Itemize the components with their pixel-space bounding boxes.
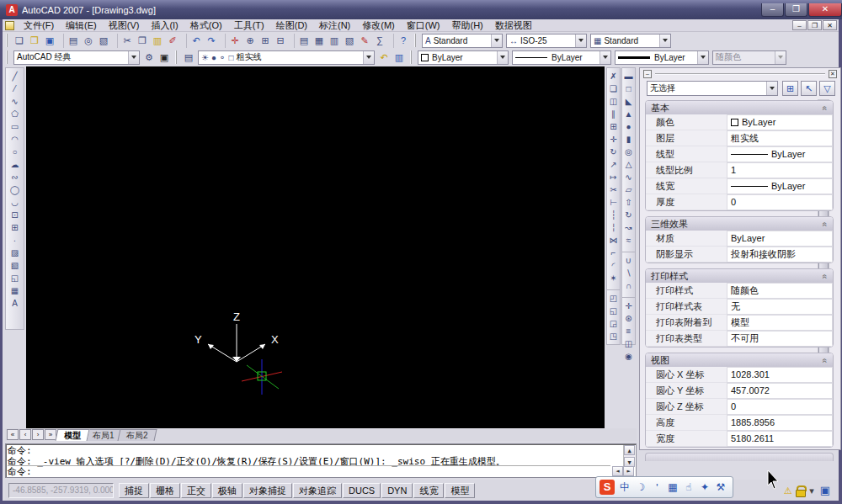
lock-icon[interactable] [795,484,805,497]
3d-move-icon[interactable]: ✛ [622,297,635,312]
line-icon[interactable]: ╱ [8,70,21,82]
move-icon[interactable]: ✛ [607,133,620,146]
chevron-down-icon[interactable] [363,51,374,64]
open-file-icon[interactable]: ❒ [27,34,42,48]
section-plane-icon[interactable]: ◫ [622,337,635,350]
point-icon[interactable]: ∙ [8,234,21,247]
layer-manager-icon[interactable]: ▤ [181,50,196,65]
command-history[interactable]: 命令:命令: _-view 输入选项 [?/删除(D)/正交(O)/恢复(R)/… [8,445,622,467]
property-value[interactable]: 不可用 [727,331,833,347]
polysolid-icon[interactable]: ▬ [622,70,635,82]
status-toggle-button[interactable]: DUCS [343,483,381,498]
menu-item[interactable]: 插入(I) [145,19,184,32]
chevron-down-icon[interactable] [600,51,610,64]
command-input-line[interactable]: 命令: [8,465,610,476]
ellipse-icon[interactable]: ◯ [8,183,21,196]
sweep-icon[interactable]: ↝ [622,221,635,234]
status-toggle-button[interactable]: 栅格 [150,483,180,498]
wedge-icon[interactable]: ◣ [622,95,635,108]
workspace-settings-icon[interactable]: ⚙ [141,50,157,65]
spline-icon[interactable]: ∾ [8,171,21,183]
intersect-icon[interactable]: ∩ [622,279,635,292]
handwriting-icon[interactable]: ☝ [681,480,696,495]
workspace-combo[interactable]: AutoCAD 经典 [13,50,140,65]
status-toggle-button[interactable]: DYN [381,483,413,498]
property-value[interactable]: 投射和接收阴影 [727,247,833,263]
subtract-icon[interactable]: ∖ [622,267,635,279]
chamfer-icon[interactable]: ⌐ [607,247,620,259]
chevron-up-icon[interactable]: « [821,358,830,363]
scroll-up-icon[interactable]: ▲ [624,445,635,455]
scroll-right-icon[interactable]: ► [623,466,634,476]
section-header[interactable]: 打印样式 « [646,269,833,283]
palette-title-bar[interactable]: – ✕ [643,70,837,78]
property-value[interactable]: ByLayer [727,231,833,247]
mtext-icon[interactable]: A [8,297,21,310]
revolve-icon[interactable]: ↻ [622,209,635,221]
construction-line-icon[interactable]: ⁄ [8,82,21,95]
mdi-minimize-button[interactable]: – [792,20,807,30]
minimize-button[interactable]: – [761,3,784,17]
selection-combo[interactable]: 无选择 [647,81,778,96]
toolbox-icon[interactable]: ⚒ [713,480,728,495]
make-block-icon[interactable]: ⊞ [8,221,21,234]
section-header[interactable]: 视图 « [646,353,833,367]
layer-states-icon[interactable]: ▥ [392,50,407,65]
command-vertical-scrollbar[interactable]: ▲ ▼ [623,445,635,467]
pan-icon[interactable]: ✛ [225,34,242,48]
menu-item[interactable]: 修改(M) [356,19,401,32]
status-toggle-button[interactable]: 对象追踪 [293,483,342,498]
drawing-canvas[interactable]: Z X Y [26,66,605,428]
property-value[interactable]: 0 [727,399,833,415]
plot-icon[interactable]: ▤ [63,34,81,48]
tool-palettes-icon[interactable]: ▥ [327,34,342,48]
rectangle-icon[interactable]: ▭ [8,120,21,133]
pyramid-icon[interactable]: △ [622,158,635,171]
draworder-under-icon[interactable]: ◳ [607,330,620,342]
menu-item[interactable]: 标注(N) [313,19,356,32]
tab-last-button[interactable]: » [45,429,56,440]
property-value[interactable]: 模型 [727,315,833,331]
status-toggle-button[interactable]: 对象捕捉 [243,483,292,498]
region-icon[interactable]: ◱ [8,272,21,284]
copy-icon[interactable]: ❐ [135,34,150,48]
cone-icon[interactable]: ▲ [622,108,635,120]
chevron-up-icon[interactable]: « [821,105,830,110]
chevron-up-icon[interactable]: « [821,221,830,226]
menu-item[interactable]: 工具(T) [228,19,270,32]
circle-icon[interactable]: ○ [8,146,21,158]
zoom-previous-icon[interactable]: ⊟ [273,34,288,48]
status-toggle-button[interactable]: 线宽 [413,483,444,498]
property-value[interactable]: 5180.2611 [727,431,833,447]
array-icon[interactable]: ⊞ [607,120,620,133]
draworder-back-icon[interactable]: ◱ [607,305,620,317]
explode-icon[interactable]: ✶ [607,272,620,284]
lineweight-combo[interactable]: ByLayer [615,50,709,65]
erase-icon[interactable]: ✗ [607,70,620,82]
menu-item[interactable]: 视图(V) [103,19,146,32]
trim-icon[interactable]: ✂ [607,183,620,196]
undo-icon[interactable]: ↶ [186,34,204,48]
menu-item[interactable]: 窗口(W) [401,19,446,32]
section-header[interactable]: 基本 « [646,101,833,114]
select-objects-button[interactable]: ↖ [801,81,817,96]
markup-icon[interactable]: ✎ [357,34,372,48]
copy-object-icon[interactable]: ❏ [607,82,620,95]
polygon-icon[interactable]: ⬠ [8,108,21,120]
property-value[interactable]: 1028.301 [727,367,833,383]
property-value[interactable]: 1 [727,162,833,178]
toolbar-grip[interactable] [6,50,10,64]
tab-first-button[interactable]: « [7,429,19,440]
coordinates-readout[interactable]: -46.8585, -257.9319, 0.0000 [8,483,114,498]
revision-cloud-icon[interactable]: ☁ [8,158,21,171]
layout-tab[interactable]: 布局2 [117,429,157,441]
chevron-down-icon[interactable] [491,34,502,47]
quickcalc-icon[interactable]: ∑ [372,34,387,48]
quick-select-button[interactable]: ▽ [819,81,835,96]
layout-tab[interactable]: 模型 [56,429,90,441]
plot-preview-icon[interactable]: ◎ [81,34,96,48]
scroll-left-icon[interactable]: ◄ [612,466,623,476]
arc-icon[interactable]: ◠ [8,133,21,146]
table-style-combo[interactable]: ▦ Standard [590,34,671,48]
zoom-realtime-icon[interactable]: ⊕ [242,34,258,48]
